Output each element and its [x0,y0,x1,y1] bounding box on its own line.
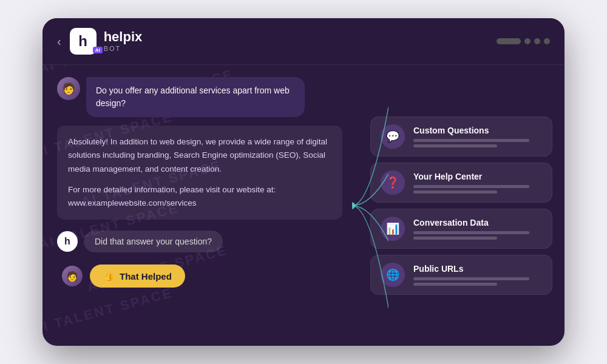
logo-box: h AI [70,28,97,55]
help-center-icon: ❓ [381,170,405,195]
main-layout: 🧑 Do you offer any additional services a… [42,65,565,346]
conversation-data-icon: 📊 [381,217,405,241]
brand-subtitle: BOT [104,45,143,52]
bot-response: Absolutely! In addition to web design, w… [57,126,342,220]
logo-letter: h [78,33,87,50]
line-2 [413,144,497,147]
brand-name: helpix [104,30,143,44]
back-button[interactable]: ‹ [57,35,61,49]
bot-response-p2: For more detailed information, please vi… [68,183,331,211]
that-helped-label: That Helped [120,271,172,281]
conversation-data-title: Conversation Data [413,218,542,228]
feature-card-help-center[interactable]: ❓ Your Help Center [370,163,552,203]
header: ‹ h AI helpix BOT [42,18,565,65]
user-avatar-small: 🧑 [62,266,83,286]
user-bubble: Do you offer any additional services apa… [86,77,305,117]
thumbs-up-icon: 👍 [103,271,115,281]
chat-panel: 🧑 Do you offer any additional services a… [42,65,370,346]
line-1 [413,231,529,234]
public-urls-icon: 🌐 [381,263,405,287]
status-dot-1 [524,38,531,44]
user-avatar: 🧑 [57,77,80,100]
line-1 [413,277,529,280]
line-2 [413,237,497,240]
custom-questions-lines [413,139,542,147]
ai-badge: AI [93,47,103,53]
line-2 [413,283,497,286]
status-dot-3 [544,38,550,44]
feature-card-custom-questions[interactable]: 💬 Custom Questions [370,116,552,157]
custom-questions-icon: 💬 [381,124,405,149]
conversation-data-lines [413,231,542,240]
header-dots [497,38,550,44]
bot-response-p1: Absolutely! In addition to web design, w… [68,135,331,176]
feature-content-custom-questions: Custom Questions [413,126,542,147]
status-dot-2 [534,38,540,44]
line-1 [413,185,529,188]
feature-content-public-urls: Public URLs [413,264,542,286]
public-urls-title: Public URLs [413,264,542,274]
that-helped-row: 🧑 👍 That Helped [57,265,356,288]
custom-questions-title: Custom Questions [413,126,542,135]
question-bubble: Did that answer your question? [84,231,223,252]
brand-info: helpix BOT [104,30,143,52]
app-window: AI TALENT SPACE AI TALENT SPACE AI TALEN… [42,18,565,346]
that-helped-button[interactable]: 👍 That Helped [90,265,185,288]
feature-content-conversation-data: Conversation Data [413,218,542,240]
help-center-title: Your Help Center [413,172,542,181]
feature-card-public-urls[interactable]: 🌐 Public URLs [370,255,552,295]
feature-content-help-center: Your Help Center [413,172,542,194]
user-message-row: 🧑 Do you offer any additional services a… [57,77,305,117]
line-2 [413,190,497,194]
help-center-lines [413,185,542,194]
bot-question-row: h Did that answer your question? [57,231,356,252]
public-urls-lines [413,277,542,286]
right-panel: 💬 Custom Questions ❓ Your Help Center [370,65,565,346]
status-pill [497,38,521,44]
feature-card-conversation-data[interactable]: 📊 Conversation Data [370,209,552,249]
logo-wrap: h AI [70,28,104,55]
bot-avatar: h [57,231,78,252]
line-1 [413,139,529,142]
